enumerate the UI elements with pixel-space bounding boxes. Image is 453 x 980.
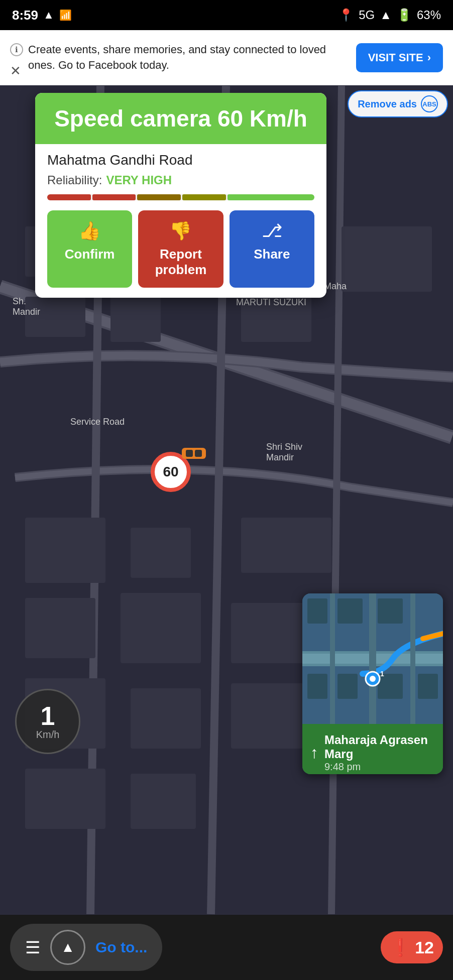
ad-banner: ℹ Create events, share memories, and sta… <box>0 30 453 85</box>
ad-text: Create events, share memories, and stay … <box>28 42 348 73</box>
svg-rect-23 <box>307 674 327 699</box>
camera-card-title: Speed camera 60 Km/h <box>54 105 307 132</box>
share-icon: ⎇ <box>262 220 282 241</box>
status-right: 📍 5G ▲ 🔋 63% <box>338 8 441 22</box>
reliability-row: Reliability: VERY HIGH <box>47 173 314 187</box>
mini-map-navigation: ↑ Maharaja Agrasen Marg 9:48 pm <box>302 724 443 774</box>
time-display: 8:59 <box>12 8 38 23</box>
svg-rect-21 <box>337 598 363 624</box>
compass-icon: ▲ <box>61 939 75 955</box>
navigation-button[interactable]: ▲ <box>50 930 85 965</box>
share-label: Share <box>254 247 290 262</box>
svg-rect-26 <box>418 674 438 699</box>
nav-direction-icon: ↑ <box>310 744 318 762</box>
nav-info: Maharaja Agrasen Marg 9:48 pm <box>324 733 435 773</box>
mini-map-roads: 1 <box>302 593 443 724</box>
svg-rect-4 <box>110 292 161 342</box>
remove-ads-button[interactable]: Remove ads ABS <box>348 90 448 117</box>
ad-info-icon[interactable]: ℹ <box>10 43 23 56</box>
report-problem-button[interactable]: 👎 Report problem <box>138 210 223 288</box>
map-label-maha: Maha <box>324 281 347 292</box>
confirm-button[interactable]: 👍 Confirm <box>47 210 132 288</box>
road-name: Mahatma Gandhi Road <box>47 152 314 168</box>
thumbs-up-icon: 👍 <box>78 220 101 241</box>
visit-site-label: VISIT SITE <box>368 51 423 64</box>
mini-map[interactable]: 1 ↑ Maharaja Agrasen Marg 9:48 pm <box>302 593 443 774</box>
network-label: 5G <box>359 8 375 22</box>
nav-time: 9:48 pm <box>324 761 435 773</box>
svg-rect-6 <box>342 226 432 292</box>
svg-rect-20 <box>307 598 327 624</box>
remove-ads-label: Remove ads <box>358 98 417 110</box>
chevron-right-icon: › <box>427 51 431 64</box>
visit-site-button[interactable]: VISIT SITE › <box>356 43 443 72</box>
thumbs-down-icon: 👎 <box>169 220 192 241</box>
hamburger-menu-icon[interactable]: ☰ <box>25 937 40 957</box>
svg-rect-15 <box>131 688 201 749</box>
navigation-arrow-icon: ▲ <box>43 9 54 22</box>
map-label-service-road: Service Road <box>70 417 125 427</box>
speed-unit: Km/h <box>36 729 60 741</box>
abs-badge: ABS <box>421 95 438 112</box>
svg-rect-12 <box>121 593 201 663</box>
status-left: 8:59 ▲ 📶 <box>12 8 72 23</box>
ad-close-button[interactable]: ✕ <box>10 63 21 79</box>
ad-text-group: Create events, share memories, and stay … <box>28 42 348 73</box>
status-bar: 8:59 ▲ 📶 📍 5G ▲ 🔋 63% <box>0 0 453 30</box>
current-speed: 1 <box>41 703 55 729</box>
speed-limit-number: 60 <box>163 464 178 480</box>
location-icon: 📍 <box>338 8 354 22</box>
camera-icon-overlay <box>182 448 206 459</box>
map-label-sh-mandir: Sh.Mandir <box>13 296 40 317</box>
mini-map-canvas: 1 <box>302 593 443 724</box>
speed-camera-card: Speed camera 60 Km/h Mahatma Gandhi Road… <box>35 93 326 298</box>
bottom-bar: ☰ ▲ Go to... ❗ 12 <box>0 915 453 980</box>
reliability-label: Reliability: <box>47 173 102 187</box>
alert-button[interactable]: ❗ 12 <box>381 931 443 963</box>
alert-count: 12 <box>415 938 434 957</box>
svg-rect-11 <box>25 598 95 658</box>
svg-rect-17 <box>25 769 105 829</box>
bottom-left-controls: ☰ ▲ Go to... <box>10 924 162 971</box>
ad-text-area: ℹ Create events, share memories, and sta… <box>10 42 348 73</box>
svg-rect-8 <box>25 518 105 583</box>
reliability-value: VERY HIGH <box>106 173 172 187</box>
svg-point-28 <box>370 676 376 682</box>
speed-camera-marker[interactable]: 60 <box>151 452 191 492</box>
svg-rect-22 <box>378 598 403 624</box>
alert-icon: ❗ <box>390 937 411 957</box>
camera-card-body: Mahatma Gandhi Road Reliability: VERY HI… <box>35 144 326 298</box>
svg-rect-9 <box>131 528 191 578</box>
svg-text:1: 1 <box>380 670 384 678</box>
signal-icon: ▲ <box>380 8 392 22</box>
sim-icon: 📶 <box>59 9 72 21</box>
svg-rect-10 <box>241 518 331 573</box>
map-label-shiv-mandir: Shri ShivMandir <box>266 442 302 463</box>
camera-card-header: Speed camera 60 Km/h <box>35 93 326 144</box>
reliability-bar <box>47 194 314 200</box>
speed-indicator: 1 Km/h <box>15 689 80 754</box>
action-buttons: 👍 Confirm 👎 Report problem ⎇ Share <box>47 210 314 288</box>
confirm-label: Confirm <box>65 247 115 262</box>
nav-road-name: Maharaja Agrasen Marg <box>324 733 435 761</box>
goto-text[interactable]: Go to... <box>95 939 147 956</box>
battery-percent: 63% <box>417 8 441 22</box>
battery-icon: 🔋 <box>397 8 412 22</box>
svg-rect-24 <box>337 674 358 699</box>
svg-rect-18 <box>131 774 196 829</box>
report-label: Report problem <box>143 247 218 278</box>
share-button[interactable]: ⎇ Share <box>230 210 314 288</box>
